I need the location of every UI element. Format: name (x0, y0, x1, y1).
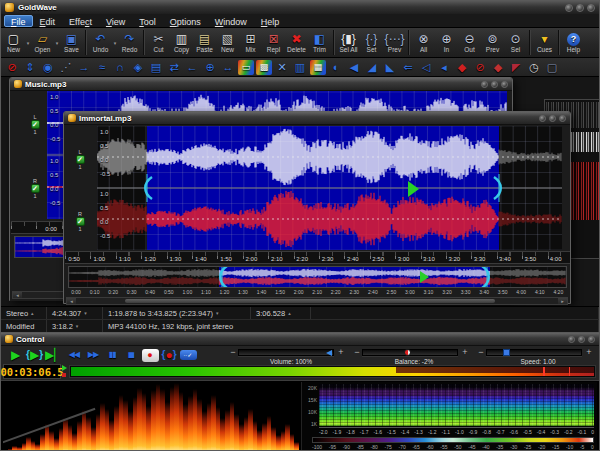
preview-selection-button[interactable]: {⋯}Prev (383, 29, 406, 57)
equalizer-icon[interactable]: ▩ (256, 60, 272, 75)
zoom-all-button[interactable]: ⊗All (412, 29, 435, 57)
menu-help[interactable]: Help (254, 15, 287, 27)
resample-icon[interactable]: ⊕ (202, 60, 218, 75)
zoom-in-button[interactable]: ⊕In (435, 29, 458, 57)
offset-icon[interactable]: → (76, 60, 92, 75)
minimize-button[interactable] (565, 4, 573, 12)
match-volume-icon[interactable]: ⇐ (400, 60, 416, 75)
speed-track[interactable] (486, 349, 582, 356)
trim-button[interactable]: ◧Trim (308, 29, 331, 57)
menu-options[interactable]: Options (163, 15, 208, 27)
mix-button[interactable]: ⊞Mix (239, 29, 262, 57)
scroll-left-button[interactable]: ◂ (13, 292, 22, 298)
play-button[interactable]: ▶ (7, 348, 24, 363)
set-selection-button[interactable]: {∙}Set (360, 29, 383, 57)
immortal-waveform[interactable] (97, 126, 562, 250)
balance-minus-button[interactable]: − (353, 347, 361, 357)
flanger-icon[interactable]: ◈ (130, 60, 146, 75)
status-position[interactable]: 3:06.528▴ (251, 307, 311, 319)
minimize-button[interactable] (481, 81, 488, 88)
paste-button[interactable]: ▤Paste (193, 29, 216, 57)
comment-icon[interactable]: ⊘ (472, 60, 488, 75)
minimize-button[interactable] (568, 336, 575, 343)
play-selection-button[interactable]: {▶} (26, 348, 43, 363)
menu-window[interactable]: Window (208, 15, 254, 27)
control-titlebar[interactable]: Control (1, 333, 599, 346)
close-button[interactable] (559, 115, 566, 122)
scrollbar-thumb[interactable] (125, 299, 495, 303)
pause-button[interactable]: ▮▮ (104, 348, 121, 363)
cut-button[interactable]: ✂Cut (147, 29, 170, 57)
balance-track[interactable] (362, 349, 458, 356)
menu-view[interactable]: View (99, 15, 132, 27)
menu-effect[interactable]: Effect (62, 15, 99, 27)
scroll-right-button[interactable]: ▸ (558, 298, 567, 304)
pitch-icon[interactable]: ⋰ (58, 60, 74, 75)
delete-button[interactable]: ✖Delete (285, 29, 308, 57)
menu-edit[interactable]: Edit (33, 15, 63, 27)
record-mode-button[interactable]: ∙∙✓ (180, 350, 197, 360)
time-axis[interactable]: 0:501:001:101:201:301:401:502:002:102:20… (65, 251, 570, 264)
smoother-icon[interactable]: ▥ (292, 60, 308, 75)
record-button[interactable]: ● (142, 349, 159, 362)
speed-plus-button[interactable]: + (585, 347, 593, 357)
zoom-selection-button[interactable]: ⊙Sel (504, 29, 527, 57)
copy-button[interactable]: ▥Copy (170, 29, 193, 57)
reverse-icon[interactable]: ← (184, 60, 200, 75)
status-selection[interactable]: 1:19.878 to 3:43.825 (2:23.947)▾ (103, 307, 251, 319)
channel-checkbox[interactable]: ✓ (31, 120, 40, 129)
zoom-previous-button[interactable]: ⊚Prev (481, 29, 504, 57)
horizontal-scrollbar[interactable]: ◂▸ (66, 297, 568, 305)
fast-forward-button[interactable]: ▶▶ (85, 348, 102, 363)
volume-slider[interactable]: − + Volume: 100% (229, 348, 353, 364)
record-selection-button[interactable]: {●} (161, 348, 178, 363)
pan-icon[interactable]: ◐ (328, 60, 344, 75)
channel-l-toggle[interactable]: L✓1 (28, 114, 42, 135)
status-modified[interactable]: Modified (1, 320, 47, 332)
mechanize-icon[interactable]: ≈ (94, 60, 110, 75)
menu-file[interactable]: File (4, 15, 33, 27)
volume-plus-button[interactable]: + (337, 347, 345, 357)
noise-reduction-icon[interactable]: ✕ (274, 60, 290, 75)
undo-button[interactable]: ↶Undo (89, 29, 112, 57)
exchange-icon[interactable]: ⇄ (166, 60, 182, 75)
status-length[interactable]: 4:24.307▾ (47, 307, 103, 319)
overview-strip[interactable] (68, 266, 567, 288)
scroll-left-button[interactable]: ◂ (67, 298, 76, 304)
volume-track[interactable] (238, 349, 334, 356)
timer-icon[interactable]: ◷ (526, 60, 542, 75)
time-warp-icon[interactable]: ↔ (220, 60, 236, 75)
help-button[interactable]: ?Help (562, 29, 585, 57)
disable-effect-icon[interactable]: ⊘ (4, 60, 20, 75)
save-button[interactable]: ▣Save (60, 29, 83, 57)
status-format[interactable]: MP3 44100 Hz, 192 kbps, joint stereo (103, 320, 599, 332)
channel-checkbox[interactable]: ✓ (76, 155, 85, 164)
maximize-button[interactable] (491, 81, 498, 88)
volume-minus-button[interactable]: − (229, 347, 237, 357)
redo-button[interactable]: ↷Redo (118, 29, 141, 57)
balance-slider[interactable]: − + Balance: -2% (353, 348, 475, 364)
invert-icon[interactable]: ∩ (112, 60, 128, 75)
channel-r-toggle[interactable]: R✓1 (73, 211, 87, 232)
fade-in-icon[interactable]: ◢ (364, 60, 380, 75)
select-all-button[interactable]: {▮}Sel All (337, 29, 360, 57)
speed-slider[interactable]: − + Speed: 1.00 (477, 348, 599, 364)
immortal-titlebar[interactable]: Immortal.mp3 (64, 112, 570, 125)
transpose-icon[interactable]: ◤ (508, 60, 524, 75)
cue-marker-icon[interactable]: ◆ (454, 60, 470, 75)
replace-button[interactable]: ⊠Repl (262, 29, 285, 57)
paste-new-button[interactable]: ▧New (216, 29, 239, 57)
fade-out-icon[interactable]: ◣ (382, 60, 398, 75)
speed-thumb[interactable] (503, 349, 510, 356)
channel-r-toggle[interactable]: R✓1 (28, 178, 42, 199)
mute-icon[interactable]: ◁ (418, 60, 434, 75)
music-titlebar[interactable]: Music.mp3 (10, 78, 512, 91)
stop-button[interactable]: ■ (123, 348, 140, 363)
filter-icon[interactable]: ▤ (148, 60, 164, 75)
close-button[interactable] (501, 81, 508, 88)
balance-plus-button[interactable]: + (461, 347, 469, 357)
channel-checkbox[interactable]: ✓ (31, 184, 40, 193)
close-button[interactable] (588, 336, 595, 343)
new-button[interactable]: ▢New (2, 29, 25, 57)
spectrum-icon[interactable]: ▦ (310, 60, 326, 75)
